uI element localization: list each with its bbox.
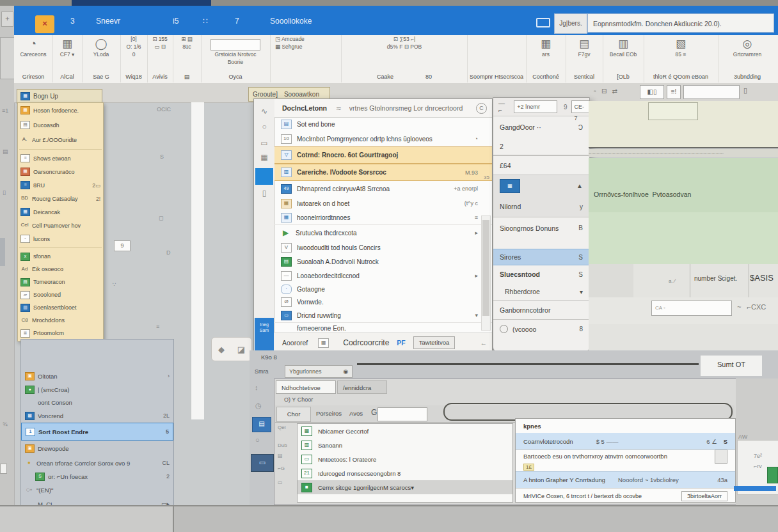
paint-icon[interactable]: ◆: [218, 345, 225, 354]
menu-item[interactable]: ▩Voncrend2L: [21, 409, 173, 423]
menu-item[interactable]: ▦Hoson fordoence.: [18, 103, 103, 118]
menu-item[interactable]: ▤Suoaloah A.Dodrvoli Nutrock: [274, 254, 492, 269]
menu-item[interactable]: 10Moclrnbot Pomgrnyencor odrtp lchns ügl…: [274, 131, 492, 146]
ribbon-group[interactable]: ▦CF7 ▾AlCal: [52, 35, 83, 82]
ribbon-group[interactable]: ⊡ ∑53 ⌐| d5% F ⊟ POBCaake 80: [342, 35, 468, 82]
menu-item[interactable]: ≣Prtoomolcm: [18, 327, 103, 340]
menu-item[interactable]: VIwoodoudlti tod houls Concirs: [274, 240, 492, 254]
pf-icon[interactable]: PF: [397, 339, 405, 347]
menu-item[interactable]: i5: [173, 17, 179, 26]
rail-grid-icon[interactable]: ▤: [3, 148, 8, 155]
back-arrow-icon[interactable]: ←: [480, 339, 488, 347]
menu-item[interactable]: ▱Soooloned: [18, 288, 103, 301]
menu-item[interactable]: fomeoerone Eon.: [274, 323, 492, 333]
rail-label[interactable]: Qel: [278, 425, 285, 430]
col-avos[interactable]: Avos: [349, 410, 363, 417]
menu-item[interactable]: ▦▲: [493, 175, 589, 196]
menu-item[interactable]: ▭Dricnd ruvwtlng▾: [274, 308, 492, 323]
menu-item[interactable]: ≡Shows etwoan: [18, 152, 103, 165]
menu-item[interactable]: 7: [235, 17, 239, 26]
grid-icon[interactable]: ▦: [254, 153, 274, 162]
menu-item[interactable]: ◌◦"(EN)": [21, 483, 173, 497]
ribbon-group[interactable]: [0] O: 1/6 0Wiq18: [120, 35, 148, 82]
rail-list-icon[interactable]: ≡1: [2, 107, 8, 114]
table-row[interactable]: Coarnvlotetrocodn $ 5 —— 6 ∠ S: [516, 433, 735, 450]
title-search-input[interactable]: Eopnnsmtodkfm. Donchen Akdiucnic 20.0).: [587, 13, 774, 33]
name-box[interactable]: ◧▯: [640, 85, 664, 99]
rail-label[interactable]: ▤: [278, 453, 283, 458]
menu-item-highlighted[interactable]: ▥Careriche. IVodoote SorsrcocM.93: [274, 164, 492, 181]
ribbon-group[interactable]: ◔CareceonsGrireson: [14, 35, 53, 82]
menu-item[interactable]: 3: [70, 17, 75, 26]
rail-label[interactable]: ⌐G: [278, 465, 285, 471]
search-scope-box[interactable]: Jg|bers.: [554, 13, 587, 34]
dialog-scrollbar[interactable]: [481, 215, 491, 331]
formula-input[interactable]: [683, 85, 740, 99]
tab-inactive[interactable]: /enniddcra: [337, 380, 387, 394]
footer-button[interactable]: Codrcoorcrite: [343, 338, 389, 347]
menu-item[interactable]: xsfonan: [18, 250, 103, 263]
app-icon[interactable]: ×: [35, 15, 54, 33]
menu-item[interactable]: 49Dhrnaprend ccinryuvAt8 Srrcnoa+a enorp…: [274, 181, 492, 196]
ribbon-group[interactable]: Soompnr Htsecrscoa: [467, 35, 527, 82]
table-row[interactable]: MrIVICe Ooxen, 6 trrcort t / bertexrt db…: [516, 488, 735, 503]
menu-item[interactable]: ▣Drewopode: [21, 441, 173, 456]
ribbon-group[interactable]: ▤F7gvSentical: [566, 35, 603, 82]
menu-item[interactable]: BDRoucrg Catsaolay2!: [18, 192, 103, 205]
rail-label[interactable]: ▭: [278, 480, 283, 485]
menu-item[interactable]: ØVornwde.: [274, 295, 492, 308]
submit-button[interactable]: Sumt OT: [701, 356, 762, 376]
table-row[interactable]: A hnton Grapher Y Cnrrtsdung Noooford ~ …: [516, 471, 735, 488]
ribbon-group[interactable]: ⊡ 155 ▭ ⊟Avivis: [147, 35, 173, 82]
menu-item[interactable]: ≡8RU2▭: [18, 178, 103, 192]
rail-label[interactable]: Dub: [278, 442, 287, 448]
menu-item[interactable]: ▣Oitotan›: [21, 369, 173, 383]
menu-item[interactable]: AdEik osoeoco: [18, 263, 103, 276]
list-item-selected[interactable]: ■Cemx sitcge 1gorrilgecnM scarocs▾: [298, 480, 512, 494]
menu-item[interactable]: Sneevr: [96, 17, 120, 26]
sort-box[interactable]: ≡!: [667, 85, 681, 99]
view-icons[interactable]: ▫ ⊟ ⇄: [594, 88, 617, 95]
list-item[interactable]: ▦Nbicamer Geccrtof: [298, 424, 512, 438]
grid-menu-icon[interactable]: ∷: [203, 17, 208, 26]
dialog-search-text[interactable]: vrtnes Gtolnonrsmeg Lor dnrcecrtoord: [349, 104, 472, 112]
move-icon[interactable]: +: [1, 12, 13, 27]
menu-item[interactable]: CelCell Puamover hov: [18, 219, 103, 232]
sheet-input[interactable]: CA ◦: [651, 301, 732, 316]
ribbon-group[interactable]: ⊞ ▤ 8üc▤: [173, 35, 202, 82]
list-item[interactable]: ▭Nntoetoos: ǀ Orateore: [298, 452, 512, 466]
ribbon-group[interactable]: ◯YLodaSae G: [82, 35, 121, 82]
circle-icon[interactable]: ○: [254, 122, 274, 131]
menu-item[interactable]: ▤Tomeoracon: [18, 276, 103, 288]
bottom-dropdown[interactable]: Ybgurlonnes ◉: [285, 365, 353, 378]
col-porseiros[interactable]: Porseiros: [316, 410, 342, 417]
menu-item[interactable]: SluecsntoodS: [493, 265, 589, 283]
rail-doc-icon[interactable]: ▯: [3, 189, 6, 196]
window-restore-icon[interactable]: [536, 18, 550, 27]
refresh-badge[interactable]: C: [476, 103, 487, 114]
cell-button[interactable]: 3birtoeltaAorr: [681, 491, 727, 501]
name-filter-box[interactable]: +2 ǀnemr: [514, 100, 557, 113]
ribbon-group[interactable]: ▥Becail EOb[OLb: [603, 35, 644, 82]
clock-icon[interactable]: ◷: [255, 402, 262, 410]
options-icon[interactable]: ▦: [318, 338, 329, 348]
menu-item[interactable]: Soooliokoke: [270, 17, 312, 26]
doc-icon[interactable]: ▯: [254, 189, 274, 198]
menu-item[interactable]: oont Conson: [21, 396, 173, 409]
scrollbar-thumb[interactable]: [482, 220, 489, 316]
info-icon[interactable]: ○: [255, 436, 260, 444]
table-row[interactable]: Bartcoecb esu on trvthorrxroy atnvtrn oo…: [516, 450, 735, 462]
menu-item[interactable]: Sor: ⌐Un foecax2: [21, 470, 173, 483]
menu-item-selected[interactable]: 1Sort Roost Endre5: [21, 423, 173, 441]
ribbon-group[interactable]: ▧85 ≡thloR é QOom eBoan: [644, 35, 718, 82]
keyboard-icon[interactable]: ▤: [252, 417, 271, 432]
footer-button[interactable]: Tawtetitvoa: [413, 336, 456, 349]
menu-item[interactable]: ●Orean trforae Corrclor Sorox ovo 9CL: [21, 456, 173, 470]
menu-item[interactable]: ·Gotaogne: [274, 283, 492, 295]
menu-item[interactable]: ●| (smcCroa): [21, 383, 173, 396]
menu-item[interactable]: £64: [493, 155, 589, 175]
sheet-icon[interactable]: ▯: [743, 86, 747, 95]
col-chor[interactable]: Chor: [276, 407, 311, 422]
menu-item[interactable]: ▦Iwtoarek on d hoet(t^y c: [274, 196, 492, 210]
menu-item[interactable]: ▫lucons: [18, 232, 103, 246]
